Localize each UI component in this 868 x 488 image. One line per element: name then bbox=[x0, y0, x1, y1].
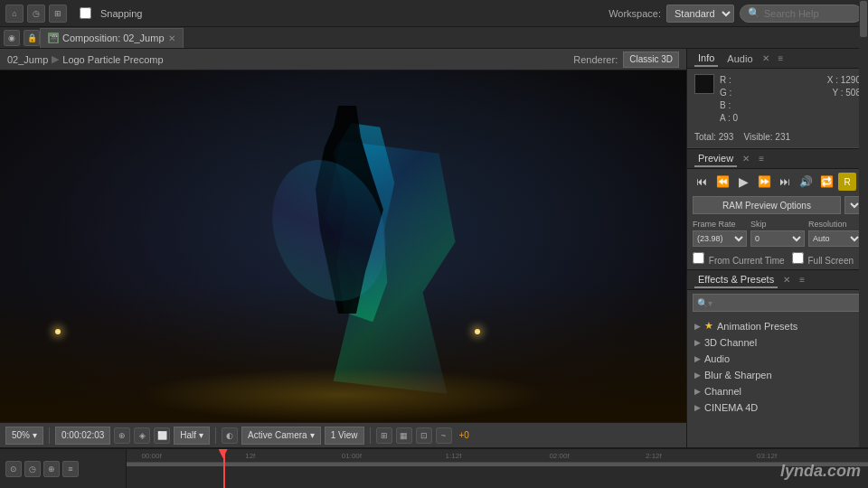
a-value: A : 0 bbox=[720, 112, 738, 125]
top-bar: ⌂ ◷ ⊞ Snapping Workspace: Standard 🔍 bbox=[0, 0, 868, 27]
list-item[interactable]: ▶ CINEMA 4D bbox=[687, 399, 868, 416]
timeline-playhead[interactable] bbox=[223, 449, 225, 488]
active-camera-label: Active Camera bbox=[248, 430, 307, 440]
tab-left-icon[interactable]: ◉ bbox=[4, 30, 20, 46]
motion-icon[interactable]: ~ bbox=[436, 427, 452, 444]
tl-icon4[interactable]: ≡ bbox=[62, 461, 79, 477]
list-item[interactable]: ▶ ★ Animation Presets bbox=[687, 317, 868, 334]
camera-arrow: ▾ bbox=[310, 430, 315, 440]
from-current-label[interactable]: From Current Time bbox=[693, 252, 785, 266]
snapping-checkbox[interactable] bbox=[80, 7, 91, 19]
list-item[interactable]: ▶ 3D Channel bbox=[687, 334, 868, 351]
prev-ram-btn[interactable]: R bbox=[838, 173, 856, 191]
search-input[interactable] bbox=[764, 8, 854, 19]
full-screen-checkbox[interactable] bbox=[792, 252, 804, 264]
tab-effects[interactable]: Effects & Presets bbox=[694, 272, 778, 288]
tl-icon3[interactable]: ⊕ bbox=[43, 461, 60, 477]
info-menu-btn[interactable]: ≡ bbox=[778, 53, 784, 63]
prev-back-btn[interactable]: ⏪ bbox=[713, 173, 731, 191]
preview-menu-btn[interactable]: ≡ bbox=[759, 154, 764, 164]
tab-audio[interactable]: Audio bbox=[723, 52, 756, 66]
divider3 bbox=[370, 427, 371, 444]
prev-loop-btn[interactable]: 🔁 bbox=[817, 173, 835, 191]
color-correction-icon[interactable]: ◐ bbox=[222, 427, 238, 444]
skip-setting: Skip 0 bbox=[750, 220, 805, 247]
comp-toolbar: 50% ▾ 0:00:02:03 ⊕ ◈ ⬜ Half ▾ ◐ Active C… bbox=[0, 422, 686, 447]
effects-search-row bbox=[687, 290, 868, 315]
active-camera-btn[interactable]: Active Camera ▾ bbox=[241, 427, 321, 445]
effects-menu-btn[interactable]: ≡ bbox=[799, 275, 805, 285]
effects-panel-header: Effects & Presets ✕ ≡ bbox=[687, 270, 868, 290]
list-item[interactable]: ▶ Blur & Sharpen bbox=[687, 367, 868, 383]
effect-label: Channel bbox=[704, 386, 741, 397]
workspace-select[interactable]: Standard bbox=[666, 5, 734, 23]
preview-close-btn[interactable]: ✕ bbox=[742, 154, 750, 164]
tl-icon1[interactable]: ⊙ bbox=[5, 461, 22, 477]
color-values: R : G : B : A : 0 bbox=[720, 74, 738, 125]
tab-info[interactable]: Info bbox=[694, 51, 718, 67]
effects-search-input[interactable] bbox=[693, 294, 863, 312]
layout-icon[interactable]: ⊞ bbox=[376, 427, 392, 444]
tl-icon2[interactable]: ◷ bbox=[24, 461, 41, 477]
comp-tab-close[interactable]: ✕ bbox=[168, 33, 175, 43]
preview-settings: Frame Rate (23.98) Skip 0 Resolution Aut… bbox=[687, 218, 868, 250]
tl-mark-1: 12f bbox=[245, 452, 255, 460]
expand-arrow: ▶ bbox=[694, 403, 701, 412]
list-item[interactable]: ▶ Channel bbox=[687, 383, 868, 399]
y-coord: Y : 508 bbox=[827, 87, 861, 99]
comp-tool1[interactable]: ⊕ bbox=[114, 427, 130, 444]
tab-bar: ◉ 🔒 🎬 Composition: 02_Jump ✕ ≡ bbox=[0, 27, 868, 49]
comp-tool3[interactable]: ⬜ bbox=[154, 427, 170, 444]
view-count-btn[interactable]: 1 View bbox=[325, 427, 364, 445]
zoom-btn[interactable]: 50% ▾ bbox=[5, 427, 43, 445]
effects-close-btn[interactable]: ✕ bbox=[783, 275, 790, 285]
tab-lock-icon[interactable]: 🔒 bbox=[24, 30, 40, 46]
tab-preview[interactable]: Preview bbox=[694, 151, 737, 167]
scrollbar-track[interactable] bbox=[859, 270, 868, 447]
prev-next-frame-btn[interactable]: ⏩ bbox=[755, 173, 773, 191]
comp-tool2[interactable]: ◈ bbox=[134, 427, 150, 444]
info-totals: Total: 293 Visible: 231 bbox=[687, 130, 868, 148]
from-current-checkbox[interactable] bbox=[693, 252, 704, 264]
timeline-left-controls: ⊙ ◷ ⊕ ≡ bbox=[0, 449, 127, 488]
clock-icon[interactable]: ◷ bbox=[27, 5, 45, 23]
renderer-button[interactable]: Classic 3D bbox=[623, 52, 679, 68]
prev-first-btn[interactable]: ⏮ bbox=[693, 173, 711, 191]
preview-controls: ⏮ ⏪ ▶ ⏩ ⏭ 🔊 🔁 R bbox=[687, 169, 868, 194]
info-panel-header: Info Audio ✕ ≡ bbox=[687, 49, 868, 69]
tl-mark-3: 1:12f bbox=[446, 452, 462, 460]
timecode-btn[interactable]: 0:00:02:03 bbox=[55, 427, 110, 445]
quality-arrow: ▾ bbox=[199, 430, 203, 440]
timeline-track[interactable]: 00:00f 12f 01:00f 1:12f 02:00f 2:12f 03:… bbox=[127, 449, 868, 488]
info-panel: Info Audio ✕ ≡ R : G : B : A : 0 bbox=[687, 49, 868, 149]
g-value: G : bbox=[720, 87, 738, 99]
full-screen-label[interactable]: Full Screen bbox=[792, 252, 854, 266]
effect-label: CINEMA 4D bbox=[704, 402, 758, 413]
list-item[interactable]: ▶ Audio bbox=[687, 351, 868, 367]
frame-rate-select[interactable]: (23.98) bbox=[693, 230, 747, 247]
preview-panel-header: Preview ✕ ≡ bbox=[687, 149, 868, 169]
timeline-work-area bbox=[127, 463, 868, 466]
preview-panel: Preview ✕ ≡ ⏮ ⏪ ▶ ⏩ ⏭ 🔊 🔁 R RAM Preview … bbox=[687, 149, 868, 270]
grid-icon[interactable]: ⊞ bbox=[49, 5, 67, 23]
prev-last-btn[interactable]: ⏭ bbox=[776, 173, 794, 191]
expand-arrow: ▶ bbox=[694, 371, 701, 380]
quality-btn[interactable]: Half ▾ bbox=[174, 427, 210, 445]
home-icon[interactable]: ⌂ bbox=[5, 5, 24, 23]
snap-icon[interactable]: ⊡ bbox=[416, 427, 432, 444]
prev-audio-btn[interactable]: 🔊 bbox=[797, 173, 815, 191]
prev-play-btn[interactable]: ▶ bbox=[734, 173, 752, 191]
app-icons: ⌂ ◷ ⊞ bbox=[5, 5, 67, 23]
info-close-btn[interactable]: ✕ bbox=[762, 53, 769, 63]
resolution-select[interactable]: Auto bbox=[808, 230, 863, 247]
expand-arrow: ▶ bbox=[694, 322, 701, 331]
lynda-watermark: lynda.com bbox=[780, 462, 861, 481]
skip-select[interactable]: 0 bbox=[750, 230, 805, 247]
comp-tab[interactable]: 🎬 Composition: 02_Jump ✕ bbox=[40, 28, 184, 48]
effect-label: Animation Presets bbox=[717, 321, 797, 332]
comp-viewer[interactable] bbox=[0, 70, 686, 422]
search-box[interactable]: 🔍 bbox=[740, 5, 863, 23]
grid-view-icon[interactable]: ▦ bbox=[396, 427, 412, 444]
ram-preview-options-btn[interactable]: RAM Preview Options bbox=[693, 196, 841, 214]
coord-area: X : 1290 Y : 508 bbox=[827, 74, 861, 128]
